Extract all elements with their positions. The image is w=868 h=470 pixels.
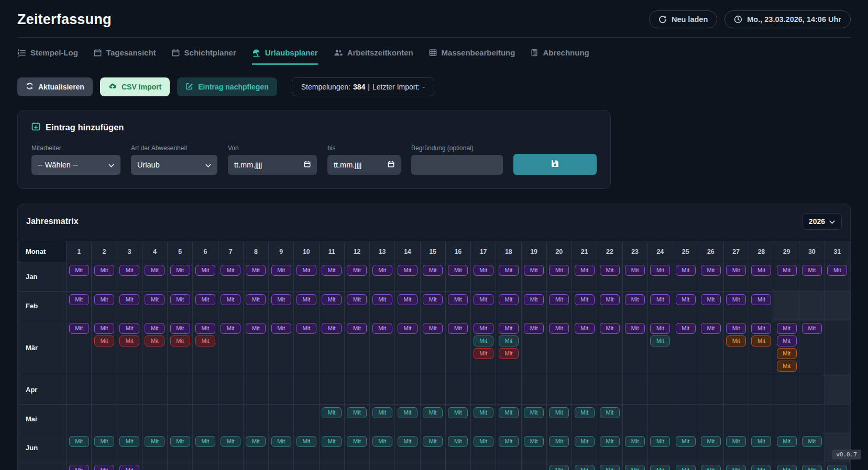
day-cell-apr-26: [698, 375, 723, 405]
badge-stack: Mit: [321, 407, 343, 418]
pencil-square-icon: [185, 82, 193, 92]
absence-badge-red: Mit: [170, 335, 190, 346]
form-title-row: Eintrag hinzufügen: [31, 122, 597, 133]
absence-badge-purple: Mit: [625, 323, 645, 334]
refresh-icon: [658, 15, 667, 24]
badge-stack: Mit: [800, 436, 823, 447]
month-label-jun: Jun: [18, 433, 67, 462]
employee-select[interactable]: -- Wählen --: [31, 155, 120, 175]
day-cell-mai-22: Mit: [597, 405, 622, 433]
absence-badge-teal: Mit: [650, 335, 670, 346]
absence-badge-red: Mit: [195, 335, 215, 346]
day-header-22: 22: [597, 241, 622, 262]
refresh-button[interactable]: Aktualisieren: [17, 77, 93, 96]
day-header-14: 14: [395, 241, 420, 262]
absence-badge-purple: Mit: [347, 265, 367, 276]
day-cell-jul-22: Mit: [597, 462, 622, 470]
badge-stack: Mit: [447, 294, 469, 305]
absence-badge-teal: Mit: [549, 465, 569, 470]
tab-abrechnung[interactable]: Abrechnung: [531, 48, 589, 65]
day-cell-mai-9: [269, 405, 294, 433]
form-title: Eintrag hinzufügen: [46, 122, 124, 132]
tab-massenbearbeitung[interactable]: Massenbearbeitung: [429, 48, 515, 65]
tab-arbeitszeitkonten[interactable]: Arbeitszeitkonten: [334, 48, 413, 65]
day-cell-mär-23: Mit: [622, 320, 647, 375]
absence-badge-purple: Mit: [145, 265, 164, 276]
absence-badge-purple: Mit: [777, 323, 797, 334]
save-button[interactable]: [513, 154, 597, 175]
badge-stack: Mit: [548, 323, 570, 334]
day-cell-apr-24: [647, 375, 673, 405]
absence-badge-purple: Mit: [271, 265, 291, 276]
to-date-input[interactable]: tt.mm.jjjj: [327, 155, 401, 175]
absence-badge-purple: Mit: [94, 465, 114, 470]
badge-stack: Mit: [598, 465, 621, 470]
absence-badge-purple: Mit: [296, 294, 316, 305]
tab-schichtplaner[interactable]: Schichtplaner: [172, 48, 236, 65]
badge-stack: Mit: [93, 294, 115, 305]
day-cell-feb-17: Mit: [471, 292, 496, 320]
absence-select[interactable]: Urlaub: [131, 155, 217, 175]
year-select-value: 2026: [809, 217, 825, 226]
day-cell-apr-16: [445, 375, 470, 405]
datetime-display[interactable]: Mo., 23.03.2026, 14:06 Uhr: [724, 10, 851, 28]
day-cell-apr-10: [294, 375, 319, 405]
absence-badge-purple: Mit: [423, 294, 443, 305]
tab-urlaubsplaner[interactable]: Urlaubsplaner: [252, 48, 318, 65]
tab-tagesansicht[interactable]: Tagesansicht: [94, 48, 156, 65]
badge-stack: Mit: [68, 294, 90, 305]
day-cell-mär-7: Mit: [218, 320, 243, 375]
day-cell-apr-20: [546, 375, 572, 405]
absence-badge-teal: Mit: [549, 436, 569, 447]
absence-badge-teal: Mit: [676, 436, 696, 447]
absence-badge-teal: Mit: [372, 407, 392, 418]
tab-stempel-log[interactable]: Stempel-Log: [17, 48, 78, 65]
last-import-value: -: [422, 83, 425, 91]
badge-stack: Mit: [68, 265, 90, 276]
reason-label: Begründung (optional): [411, 144, 503, 152]
absence-badge-purple: Mit: [119, 294, 139, 305]
badge-stack: Mit: [598, 436, 621, 447]
reload-button[interactable]: Neu laden: [649, 10, 717, 28]
add-entry-button[interactable]: Eintrag nachpflegen: [177, 77, 277, 96]
year-select[interactable]: 2026: [802, 213, 842, 230]
badge-stack: Mit: [93, 436, 115, 447]
badge-stack: Mit: [270, 436, 292, 447]
badge-stack: Mit: [219, 265, 242, 276]
absence-badge-teal: Mit: [575, 436, 595, 447]
day-cell-mai-2: [92, 405, 117, 433]
top-bar: Zeiterfassung Neu laden Mo., 23.03.2026,…: [17, 0, 851, 28]
badge-stack: Mit: [725, 294, 748, 305]
day-cell-mai-28: [749, 405, 774, 433]
day-cell-mär-19: Mit: [521, 320, 546, 375]
day-cell-jul-19: [521, 462, 546, 470]
absence-badge-red: Mit: [94, 335, 114, 346]
absence-badge-purple: Mit: [802, 323, 822, 334]
badge-stack: Mit: [674, 465, 697, 470]
day-cell-jan-23: Mit: [622, 262, 647, 292]
stamps-count: 384: [353, 83, 365, 91]
people-icon: [334, 49, 343, 57]
badge-stack: Mit: [800, 265, 823, 276]
badge-stack: Mit: [750, 465, 773, 470]
absence-badge-purple: Mit: [221, 265, 240, 276]
absence-badge-teal: Mit: [474, 335, 493, 346]
absence-badge-purple: Mit: [170, 323, 190, 334]
csv-import-button[interactable]: CSV Import: [100, 77, 170, 96]
absence-badge-teal: Mit: [600, 436, 620, 447]
day-cell-mai-14: Mit: [395, 405, 420, 433]
absence-badge-purple: Mit: [170, 294, 190, 305]
badge-stack: Mit: [396, 407, 419, 418]
reason-input[interactable]: [411, 155, 503, 175]
from-date-input[interactable]: tt.mm.jjjj: [228, 155, 317, 175]
day-header-19: 19: [521, 241, 546, 262]
badge-stack: Mit: [219, 323, 242, 334]
badge-stack: Mit: [523, 265, 545, 276]
absence-badge-red: Mit: [499, 348, 519, 359]
absence-badge-teal: Mit: [625, 436, 645, 447]
badge-stack: Mit: [548, 265, 570, 276]
absence-badge-purple: Mit: [701, 323, 721, 334]
absence-badge-purple: Mit: [398, 294, 417, 305]
day-cell-jul-4: [142, 462, 167, 470]
badge-stack: Mit: [321, 323, 343, 334]
